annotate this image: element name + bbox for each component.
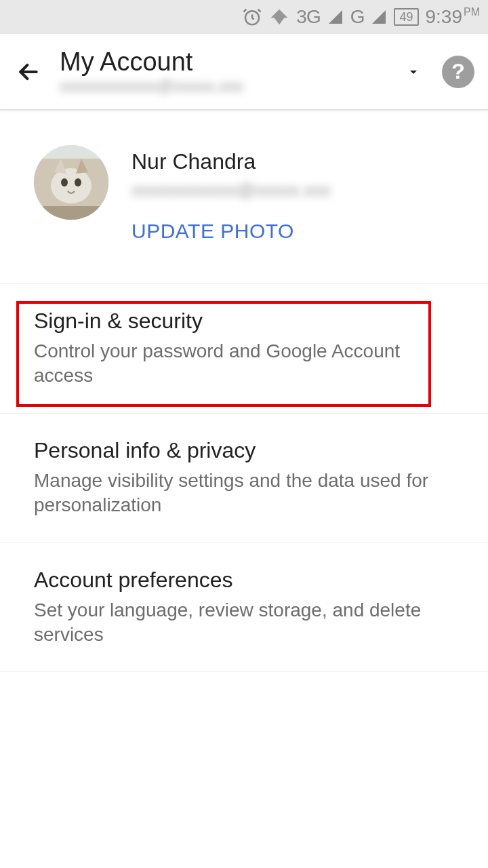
profile-section: Nur Chandra xxxxxxxxxxxx@xxxxx.xxx UPDAT… [0, 110, 488, 270]
settings-list: Sign-in & security Control your password… [0, 283, 488, 672]
signal-2-icon [371, 9, 387, 25]
section-desc: Control your password and Google Account… [34, 339, 454, 389]
section-heading: Account preferences [34, 568, 454, 593]
section-account-preferences[interactable]: Account preferences Set your language, r… [0, 543, 488, 673]
avatar[interactable] [34, 145, 108, 220]
network-1-label: 3G [296, 6, 320, 28]
page-title: My Account [60, 47, 385, 77]
wifi-icon [269, 7, 289, 27]
help-button[interactable]: ? [442, 56, 474, 88]
signal-1-icon [327, 9, 344, 25]
svg-rect-1 [34, 145, 108, 159]
help-icon: ? [451, 59, 465, 84]
section-heading: Sign-in & security [34, 309, 454, 334]
profile-email-obscured: xxxxxxxxxxxx@xxxxx.xxx [131, 180, 331, 201]
svg-point-5 [75, 178, 81, 186]
section-desc: Set your language, review storage, and d… [34, 598, 454, 648]
status-bar: 3G G 49 9:39PM [0, 0, 488, 34]
battery-indicator: 49 [394, 8, 418, 26]
account-email-obscured: xxxxxxxxxxxx@xxxxx.xxx [60, 77, 385, 96]
account-dropdown[interactable] [401, 60, 426, 84]
section-desc: Manage visibility settings and the data … [34, 469, 454, 518]
section-personal-info-privacy[interactable]: Personal info & privacy Manage visibilit… [0, 414, 488, 543]
profile-name: Nur Chandra [131, 149, 331, 174]
svg-point-4 [61, 178, 68, 186]
back-button[interactable] [14, 57, 43, 87]
network-2-label: G [350, 6, 365, 28]
section-sign-in-security[interactable]: Sign-in & security Control your password… [0, 284, 488, 414]
svg-rect-6 [34, 206, 108, 220]
alarm-icon [242, 7, 262, 27]
update-photo-button[interactable]: UPDATE PHOTO [131, 220, 331, 243]
section-heading: Personal info & privacy [34, 438, 454, 463]
clock-time: 9:39PM [426, 6, 481, 28]
app-bar: My Account xxxxxxxxxxxx@xxxxx.xxx ? [0, 34, 488, 110]
svg-point-3 [51, 168, 92, 203]
